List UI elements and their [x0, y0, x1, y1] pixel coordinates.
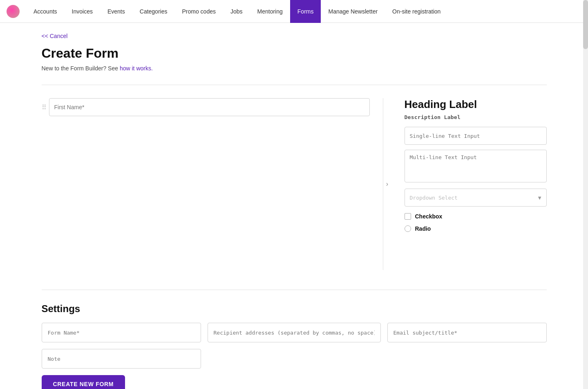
form-builder-area: ⠿ › Heading Label Description Label Drop…: [42, 98, 547, 270]
how-it-works-link[interactable]: how it works.: [120, 65, 153, 72]
nav-item-onsite-registration[interactable]: On-site registration: [385, 0, 448, 23]
form-field-row: ⠿: [42, 98, 370, 116]
settings-row-1: [42, 323, 547, 342]
nav-item-manage-newsletter[interactable]: Manage Newsletter: [321, 0, 385, 23]
avatar: [7, 5, 20, 18]
chevron-right-icon: ›: [386, 180, 388, 188]
page-title: Create Form: [42, 46, 547, 61]
nav-link-onsite-registration[interactable]: On-site registration: [385, 0, 448, 23]
scrollbar-thumb[interactable]: [583, 0, 588, 49]
nav-link-accounts[interactable]: Accounts: [26, 0, 65, 23]
section-divider: [42, 85, 547, 85]
palette-checkbox-row[interactable]: Checkbox: [405, 213, 547, 220]
recipient-addresses-input[interactable]: [208, 323, 381, 342]
nav-item-mentoring[interactable]: Mentoring: [250, 0, 290, 23]
nav-item-invoices[interactable]: Invoices: [65, 0, 100, 23]
element-palette: Heading Label Description Label Dropdown…: [391, 98, 547, 270]
nav-item-promo-codes[interactable]: Promo codes: [174, 0, 223, 23]
nav-link-promo-codes[interactable]: Promo codes: [174, 0, 223, 23]
nav-link-categories[interactable]: Categories: [132, 0, 175, 23]
nav-link-jobs[interactable]: Jobs: [223, 0, 250, 23]
palette-radio-row[interactable]: Radio: [405, 225, 547, 232]
chevron-down-icon: ▼: [538, 195, 541, 201]
settings-section: Settings CREATE NEW FORM: [42, 290, 547, 389]
form-name-input[interactable]: [42, 323, 201, 342]
radio-input[interactable]: [405, 225, 411, 232]
palette-dropdown[interactable]: Dropdown Select ▼: [405, 189, 547, 207]
drag-handle-icon[interactable]: ⠿: [42, 103, 46, 111]
note-input[interactable]: [42, 349, 201, 369]
form-canvas: ⠿: [42, 98, 383, 270]
nav-link-invoices[interactable]: Invoices: [65, 0, 100, 23]
nav-item-categories[interactable]: Categories: [132, 0, 175, 23]
palette-multi-line-input[interactable]: [405, 150, 547, 182]
nav-item-events[interactable]: Events: [100, 0, 132, 23]
nav-item-accounts[interactable]: Accounts: [26, 0, 65, 23]
checkbox-input[interactable]: [405, 213, 411, 220]
palette-description-label: Description Label: [405, 114, 547, 120]
nav-link-events[interactable]: Events: [100, 0, 132, 23]
radio-label: Radio: [415, 225, 431, 232]
main-content: << Cancel Create Form New to the Form Bu…: [29, 23, 560, 389]
nav-link-manage-newsletter[interactable]: Manage Newsletter: [321, 0, 385, 23]
top-nav: Accounts Invoices Events Categories Prom…: [0, 0, 588, 23]
subtitle: New to the Form Builder? See how it work…: [42, 65, 547, 72]
create-new-form-button[interactable]: CREATE NEW FORM: [42, 375, 125, 389]
palette-heading-label: Heading Label: [405, 98, 547, 111]
email-subject-input[interactable]: [387, 323, 547, 342]
palette-single-line-input[interactable]: [405, 127, 547, 145]
nav-item-forms[interactable]: Forms: [290, 0, 321, 23]
nav-link-mentoring[interactable]: Mentoring: [250, 0, 290, 23]
dropdown-placeholder-text: Dropdown Select: [410, 195, 458, 201]
scrollbar[interactable]: [583, 0, 588, 389]
settings-row-2: [42, 349, 547, 369]
panel-toggle-button[interactable]: ›: [383, 180, 391, 188]
settings-title: Settings: [42, 303, 547, 315]
nav-item-jobs[interactable]: Jobs: [223, 0, 250, 23]
first-name-field[interactable]: [49, 98, 370, 116]
subtitle-text: New to the Form Builder? See: [42, 65, 120, 72]
nav-link-forms[interactable]: Forms: [290, 0, 321, 23]
nav-menu: Accounts Invoices Events Categories Prom…: [26, 0, 448, 23]
cancel-link[interactable]: << Cancel: [42, 33, 68, 39]
checkbox-label: Checkbox: [415, 213, 443, 220]
